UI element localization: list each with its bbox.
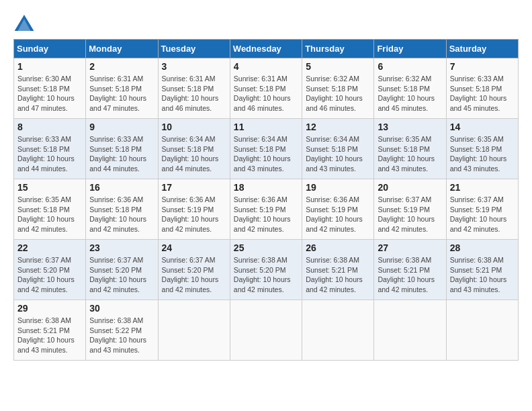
day-detail: Sunrise: 6:38 AM Sunset: 5:21 PM Dayligh… — [450, 255, 515, 295]
weekday-header-wednesday: Wednesday — [230, 40, 302, 58]
day-detail: Sunrise: 6:35 AM Sunset: 5:18 PM Dayligh… — [450, 134, 515, 174]
weekday-header-friday: Friday — [374, 40, 446, 58]
calendar-cell — [158, 300, 230, 361]
calendar-cell: 6Sunrise: 6:32 AM Sunset: 5:18 PM Daylig… — [374, 58, 446, 119]
calendar-cell: 22Sunrise: 6:37 AM Sunset: 5:20 PM Dayli… — [14, 240, 86, 300]
calendar-week-2: 8Sunrise: 6:33 AM Sunset: 5:18 PM Daylig… — [14, 119, 519, 179]
day-detail: Sunrise: 6:32 AM Sunset: 5:18 PM Dayligh… — [306, 74, 370, 113]
calendar-cell — [374, 300, 446, 361]
page-header — [13, 13, 519, 32]
day-detail: Sunrise: 6:36 AM Sunset: 5:18 PM Dayligh… — [89, 195, 154, 234]
day-number: 10 — [162, 122, 226, 132]
day-number: 16 — [89, 182, 154, 193]
day-detail: Sunrise: 6:31 AM Sunset: 5:18 PM Dayligh… — [234, 74, 298, 113]
day-number: 24 — [162, 242, 226, 253]
calendar-week-4: 22Sunrise: 6:37 AM Sunset: 5:20 PM Dayli… — [14, 240, 519, 300]
calendar-cell: 17Sunrise: 6:36 AM Sunset: 5:19 PM Dayli… — [158, 179, 230, 240]
day-number: 27 — [378, 242, 442, 253]
day-detail: Sunrise: 6:33 AM Sunset: 5:18 PM Dayligh… — [17, 134, 82, 174]
day-number: 13 — [378, 122, 442, 132]
day-number: 14 — [450, 122, 515, 132]
calendar-week-1: 1Sunrise: 6:30 AM Sunset: 5:18 PM Daylig… — [14, 58, 519, 119]
day-detail: Sunrise: 6:35 AM Sunset: 5:18 PM Dayligh… — [17, 195, 82, 234]
day-detail: Sunrise: 6:36 AM Sunset: 5:19 PM Dayligh… — [234, 195, 298, 234]
day-number: 5 — [306, 61, 370, 72]
calendar-cell: 13Sunrise: 6:35 AM Sunset: 5:18 PM Dayli… — [374, 119, 446, 179]
calendar-cell: 28Sunrise: 6:38 AM Sunset: 5:21 PM Dayli… — [446, 240, 518, 300]
calendar-table: SundayMondayTuesdayWednesdayThursdayFrid… — [13, 39, 519, 361]
calendar-week-3: 15Sunrise: 6:35 AM Sunset: 5:18 PM Dayli… — [14, 179, 519, 240]
day-number: 15 — [17, 182, 82, 193]
day-number: 30 — [89, 303, 154, 314]
day-number: 28 — [450, 242, 515, 253]
day-number: 26 — [306, 242, 370, 253]
day-number: 17 — [162, 182, 226, 193]
logo-icon — [13, 13, 35, 32]
calendar-cell: 21Sunrise: 6:37 AM Sunset: 5:19 PM Dayli… — [446, 179, 518, 240]
day-detail: Sunrise: 6:33 AM Sunset: 5:18 PM Dayligh… — [89, 134, 154, 174]
weekday-header-monday: Monday — [86, 40, 158, 58]
calendar-cell — [230, 300, 302, 361]
day-detail: Sunrise: 6:31 AM Sunset: 5:18 PM Dayligh… — [162, 74, 226, 113]
calendar-body: 1Sunrise: 6:30 AM Sunset: 5:18 PM Daylig… — [14, 58, 519, 361]
calendar-cell: 8Sunrise: 6:33 AM Sunset: 5:18 PM Daylig… — [14, 119, 86, 179]
calendar-cell: 14Sunrise: 6:35 AM Sunset: 5:18 PM Dayli… — [446, 119, 518, 179]
calendar-week-5: 29Sunrise: 6:38 AM Sunset: 5:21 PM Dayli… — [14, 300, 519, 361]
calendar-cell: 1Sunrise: 6:30 AM Sunset: 5:18 PM Daylig… — [14, 58, 86, 119]
day-number: 23 — [89, 242, 154, 253]
calendar-cell: 4Sunrise: 6:31 AM Sunset: 5:18 PM Daylig… — [230, 58, 302, 119]
calendar-cell: 25Sunrise: 6:38 AM Sunset: 5:20 PM Dayli… — [230, 240, 302, 300]
day-detail: Sunrise: 6:38 AM Sunset: 5:22 PM Dayligh… — [89, 316, 154, 355]
day-detail: Sunrise: 6:37 AM Sunset: 5:20 PM Dayligh… — [89, 255, 154, 295]
day-detail: Sunrise: 6:33 AM Sunset: 5:18 PM Dayligh… — [450, 74, 515, 113]
day-number: 22 — [17, 242, 82, 253]
calendar-cell: 3Sunrise: 6:31 AM Sunset: 5:18 PM Daylig… — [158, 58, 230, 119]
calendar-cell: 9Sunrise: 6:33 AM Sunset: 5:18 PM Daylig… — [86, 119, 158, 179]
calendar-cell: 30Sunrise: 6:38 AM Sunset: 5:22 PM Dayli… — [86, 300, 158, 361]
calendar-cell: 15Sunrise: 6:35 AM Sunset: 5:18 PM Dayli… — [14, 179, 86, 240]
day-number: 2 — [89, 61, 154, 72]
calendar-cell — [446, 300, 518, 361]
calendar-cell: 11Sunrise: 6:34 AM Sunset: 5:18 PM Dayli… — [230, 119, 302, 179]
calendar-cell: 20Sunrise: 6:37 AM Sunset: 5:19 PM Dayli… — [374, 179, 446, 240]
day-detail: Sunrise: 6:38 AM Sunset: 5:21 PM Dayligh… — [306, 255, 370, 295]
day-number: 25 — [234, 242, 298, 253]
day-number: 21 — [450, 182, 515, 193]
calendar-cell: 16Sunrise: 6:36 AM Sunset: 5:18 PM Dayli… — [86, 179, 158, 240]
day-number: 7 — [450, 61, 515, 72]
calendar-cell: 2Sunrise: 6:31 AM Sunset: 5:18 PM Daylig… — [86, 58, 158, 119]
calendar-cell: 26Sunrise: 6:38 AM Sunset: 5:21 PM Dayli… — [302, 240, 374, 300]
calendar-cell: 19Sunrise: 6:36 AM Sunset: 5:19 PM Dayli… — [302, 179, 374, 240]
day-number: 29 — [17, 303, 82, 314]
day-detail: Sunrise: 6:31 AM Sunset: 5:18 PM Dayligh… — [89, 74, 154, 113]
calendar-cell: 10Sunrise: 6:34 AM Sunset: 5:18 PM Dayli… — [158, 119, 230, 179]
calendar-cell: 29Sunrise: 6:38 AM Sunset: 5:21 PM Dayli… — [14, 300, 86, 361]
day-detail: Sunrise: 6:35 AM Sunset: 5:18 PM Dayligh… — [378, 134, 442, 174]
day-number: 12 — [306, 122, 370, 132]
logo — [13, 13, 38, 32]
day-detail: Sunrise: 6:37 AM Sunset: 5:20 PM Dayligh… — [17, 255, 82, 295]
day-number: 9 — [89, 122, 154, 132]
weekday-header-saturday: Saturday — [446, 40, 518, 58]
day-number: 6 — [378, 61, 442, 72]
day-detail: Sunrise: 6:30 AM Sunset: 5:18 PM Dayligh… — [17, 74, 82, 113]
day-number: 8 — [17, 122, 82, 132]
day-detail: Sunrise: 6:34 AM Sunset: 5:18 PM Dayligh… — [306, 134, 370, 174]
day-number: 3 — [162, 61, 226, 72]
day-number: 1 — [17, 61, 82, 72]
day-detail: Sunrise: 6:34 AM Sunset: 5:18 PM Dayligh… — [162, 134, 226, 174]
calendar-cell — [302, 300, 374, 361]
day-detail: Sunrise: 6:36 AM Sunset: 5:19 PM Dayligh… — [306, 195, 370, 234]
weekday-header-thursday: Thursday — [302, 40, 374, 58]
day-detail: Sunrise: 6:38 AM Sunset: 5:21 PM Dayligh… — [378, 255, 442, 295]
day-detail: Sunrise: 6:38 AM Sunset: 5:21 PM Dayligh… — [17, 316, 82, 355]
day-number: 18 — [234, 182, 298, 193]
day-number: 19 — [306, 182, 370, 193]
calendar-cell: 18Sunrise: 6:36 AM Sunset: 5:19 PM Dayli… — [230, 179, 302, 240]
calendar-cell: 23Sunrise: 6:37 AM Sunset: 5:20 PM Dayli… — [86, 240, 158, 300]
day-detail: Sunrise: 6:37 AM Sunset: 5:19 PM Dayligh… — [450, 195, 515, 234]
day-detail: Sunrise: 6:38 AM Sunset: 5:20 PM Dayligh… — [234, 255, 298, 295]
day-number: 11 — [234, 122, 298, 132]
calendar-cell: 5Sunrise: 6:32 AM Sunset: 5:18 PM Daylig… — [302, 58, 374, 119]
day-detail: Sunrise: 6:37 AM Sunset: 5:19 PM Dayligh… — [378, 195, 442, 234]
